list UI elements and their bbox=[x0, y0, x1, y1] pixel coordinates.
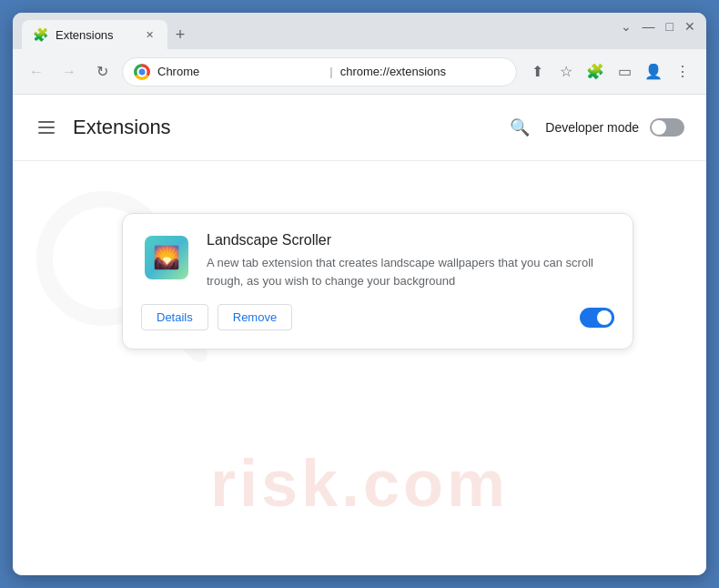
watermark-text: risk.com bbox=[40, 446, 679, 521]
title-bar: 🧩 Extensions ✕ + ⌄ — □ ✕ bbox=[13, 13, 706, 49]
extensions-button[interactable]: 🧩 bbox=[582, 59, 608, 85]
search-button[interactable]: 🔍 bbox=[505, 113, 534, 142]
page-title: Extensions bbox=[73, 116, 171, 139]
extension-card: 🌄 Landscape Scroller A new tab extension… bbox=[122, 213, 633, 350]
search-icon: 🔍 bbox=[510, 117, 530, 137]
extensions-icon: 🧩 bbox=[586, 63, 604, 80]
menu-icon: ⋮ bbox=[675, 63, 690, 80]
maximize-button[interactable]: □ bbox=[666, 20, 673, 33]
refresh-button[interactable]: ↻ bbox=[89, 59, 115, 85]
back-button[interactable]: ← bbox=[24, 59, 49, 85]
tab-close-button[interactable]: ✕ bbox=[142, 27, 157, 42]
remove-button[interactable]: Remove bbox=[218, 304, 292, 330]
toggle-knob bbox=[652, 120, 666, 135]
bookmark-button[interactable]: ☆ bbox=[553, 59, 579, 85]
window-controls: ⌄ — □ ✕ bbox=[621, 20, 695, 33]
hamburger-menu-button[interactable] bbox=[35, 117, 58, 137]
forward-icon: → bbox=[62, 64, 76, 80]
menu-button[interactable]: ⋮ bbox=[670, 59, 695, 85]
bookmark-icon: ☆ bbox=[560, 63, 572, 80]
active-tab[interactable]: 🧩 Extensions ✕ bbox=[22, 20, 167, 49]
watermark-area: 🌄 Landscape Scroller A new tab extension… bbox=[13, 149, 706, 575]
tab-title: Extensions bbox=[56, 28, 135, 42]
extension-icon: 🌄 bbox=[145, 236, 188, 279]
minimize-button[interactable]: — bbox=[643, 20, 655, 33]
extension-icon-wrapper: 🌄 bbox=[141, 232, 192, 283]
close-button[interactable]: ✕ bbox=[684, 20, 695, 33]
address-text: chrome://extensions bbox=[340, 65, 505, 78]
hamburger-line-1 bbox=[38, 121, 55, 123]
developer-mode-toggle[interactable] bbox=[650, 118, 684, 137]
split-view-button[interactable]: ▭ bbox=[612, 59, 637, 85]
details-button[interactable]: Details bbox=[141, 304, 208, 330]
new-tab-button[interactable]: + bbox=[167, 22, 193, 47]
toolbar: ← → ↻ Chrome | chrome://extensions ⬆ ☆ 🧩 bbox=[13, 49, 706, 95]
hamburger-line-3 bbox=[38, 132, 55, 134]
extension-info: Landscape Scroller A new tab extension t… bbox=[207, 232, 614, 289]
chrome-logo-icon bbox=[134, 64, 150, 80]
browser-window: 🧩 Extensions ✕ + ⌄ — □ ✕ ← → ↻ Chrome | … bbox=[13, 13, 706, 575]
forward-button[interactable]: → bbox=[56, 59, 82, 85]
card-bottom: Details Remove bbox=[141, 304, 614, 330]
chevron-down-icon[interactable]: ⌄ bbox=[621, 20, 632, 33]
refresh-icon: ↻ bbox=[96, 63, 108, 80]
extension-description: A new tab extension that creates landsca… bbox=[207, 254, 614, 289]
page-content: Extensions 🔍 Developer mode bbox=[13, 95, 706, 575]
toolbar-action-icons: ⬆ ☆ 🧩 ▭ 👤 ⋮ bbox=[524, 59, 695, 85]
address-separator: | bbox=[329, 65, 332, 78]
extensions-title-area: Extensions bbox=[35, 116, 171, 139]
address-bar[interactable]: Chrome | chrome://extensions bbox=[122, 57, 517, 86]
extension-enable-toggle[interactable] bbox=[580, 308, 614, 328]
developer-mode-label: Developer mode bbox=[545, 120, 639, 135]
back-icon: ← bbox=[29, 64, 44, 80]
profile-icon: 👤 bbox=[644, 63, 663, 80]
extension-name: Landscape Scroller bbox=[207, 232, 614, 248]
extension-toggle-knob bbox=[597, 310, 612, 325]
profile-button[interactable]: 👤 bbox=[641, 59, 666, 85]
share-button[interactable]: ⬆ bbox=[524, 59, 550, 85]
header-controls: 🔍 Developer mode bbox=[505, 113, 684, 142]
split-icon: ▭ bbox=[618, 63, 632, 80]
extension-icon-emoji: 🌄 bbox=[153, 245, 180, 270]
tab-extension-icon: 🧩 bbox=[33, 27, 48, 42]
chrome-label: Chrome bbox=[157, 65, 322, 78]
share-icon: ⬆ bbox=[532, 63, 543, 80]
card-action-buttons: Details Remove bbox=[141, 304, 292, 330]
hamburger-line-2 bbox=[38, 127, 55, 128]
tab-strip: 🧩 Extensions ✕ + bbox=[22, 20, 697, 49]
card-top: 🌄 Landscape Scroller A new tab extension… bbox=[141, 232, 614, 289]
